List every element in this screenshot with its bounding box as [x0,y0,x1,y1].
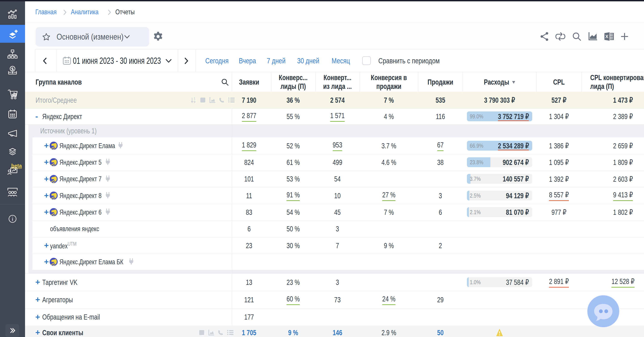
svg-text:1: 1 [194,97,196,100]
svg-text:X: X [605,34,608,39]
svg-text:9: 9 [194,100,196,103]
